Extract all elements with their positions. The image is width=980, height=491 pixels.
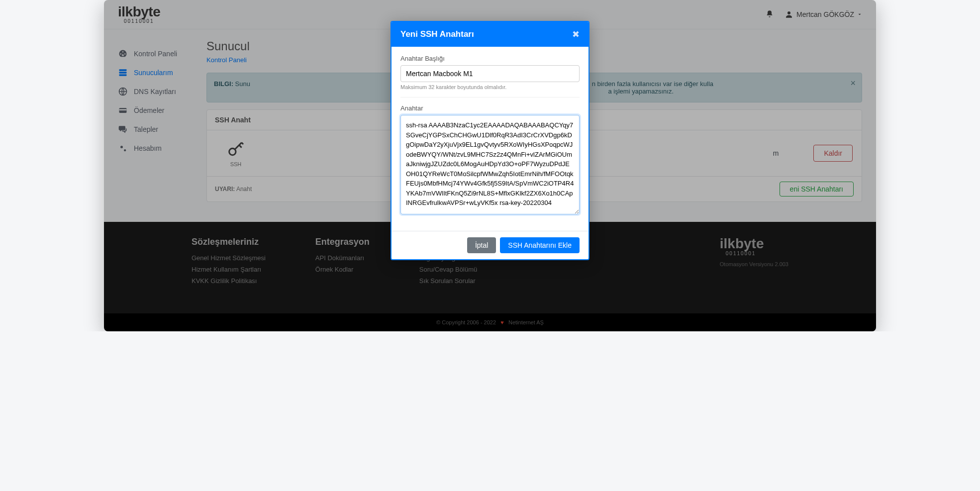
- new-ssh-key-modal: Yeni SSH Anahtarı ✖ Anahtar Başlığı Maks…: [391, 21, 589, 260]
- modal-close-button[interactable]: ✖: [572, 29, 580, 40]
- key-title-label: Anahtar Başlığı: [400, 55, 580, 62]
- key-title-input[interactable]: [400, 65, 580, 82]
- cancel-button[interactable]: İptal: [467, 237, 496, 253]
- divider: [400, 97, 580, 98]
- key-title-help: Maksimum 32 karakter boyutunda olmalıdır…: [400, 84, 580, 90]
- submit-ssh-key-button[interactable]: SSH Anahtarını Ekle: [500, 237, 580, 253]
- key-body-textarea[interactable]: [400, 115, 580, 214]
- modal-title: Yeni SSH Anahtarı: [400, 29, 572, 39]
- key-body-label: Anahtar: [400, 104, 580, 112]
